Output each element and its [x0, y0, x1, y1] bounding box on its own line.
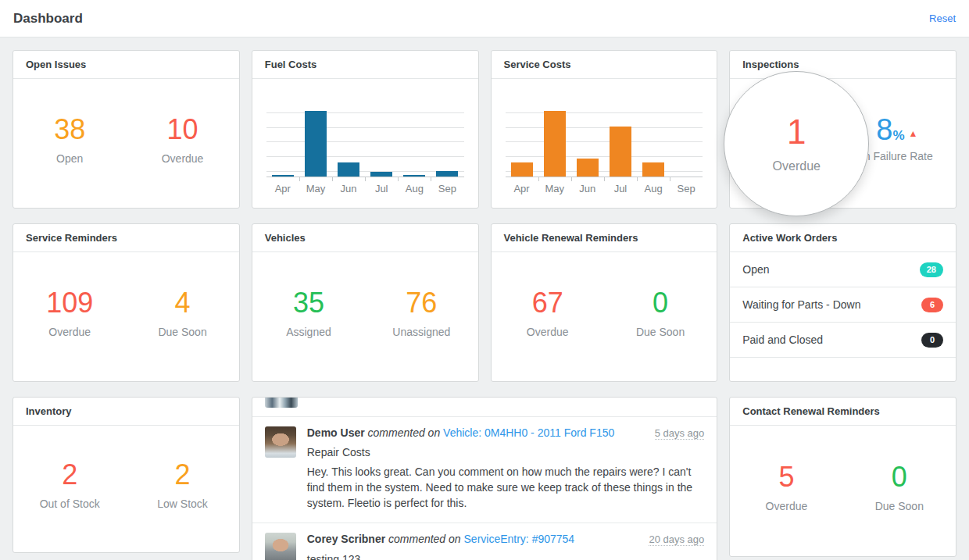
axis-tick [670, 177, 670, 181]
card-inventory: Inventory 2 Out of Stock 2 Low Stock [13, 397, 240, 553]
stat-label: Out of Stock [13, 498, 126, 510]
percent-sign: % [892, 128, 904, 143]
avatar-corey-scribner [265, 533, 296, 560]
comment-action: commented on [368, 426, 441, 439]
stat-value: 0 [604, 289, 717, 317]
stat-overdue: 67 Overdue [492, 289, 604, 344]
card-open-issues: Open Issues 38 Open 10 Overdue [13, 50, 240, 209]
x-tick-label: Jun [571, 183, 604, 194]
comment-subject-link[interactable]: ServiceEntry: #907754 [464, 533, 575, 545]
stat-overdue: 5 Overdue [730, 463, 842, 519]
axis-tick [299, 177, 300, 181]
comment-timestamp[interactable]: 20 days ago [649, 533, 704, 546]
gridline [266, 141, 464, 142]
overdue-inspections-label: Overdue [773, 159, 821, 173]
avatar-demo-user [265, 426, 296, 458]
stat-unassigned: 76 Unassigned [365, 289, 477, 344]
bar-apr [511, 162, 533, 177]
stat-label: Due Soon [604, 326, 717, 338]
x-tick-label: Jun [332, 183, 365, 194]
comment-body: Hey. This looks great. Can you comment o… [307, 464, 693, 511]
stat-value: 38 [13, 116, 126, 144]
card-title: Service Reminders [13, 224, 239, 252]
axis-tick [604, 177, 605, 181]
stat-value: 109 [13, 289, 126, 317]
gridline [266, 112, 464, 113]
gridline [266, 127, 464, 128]
stat-value: 2 [13, 461, 126, 489]
card-title: Contact Renewal Reminders [730, 398, 956, 426]
card-vehicles: Vehicles 35 Assigned 76 Unassigned [252, 223, 479, 382]
axis-tick [571, 177, 572, 181]
dashboard-screen: Dashboard Reset Open Issues 38 Open 10 O… [0, 0, 969, 560]
magnifier-circle: 1 Overdue [724, 71, 869, 216]
stat-label: Overdue [492, 326, 604, 338]
bar-sep [436, 171, 458, 177]
card-comment-feed: Demo User commented on Vehicle: 0M4HH0 -… [252, 397, 718, 560]
stat-value: 10 [126, 116, 238, 144]
card-title: Inspections [730, 51, 956, 79]
gridline [266, 156, 464, 157]
bar-jun [577, 159, 599, 177]
comment-author: Corey Scribner [307, 533, 385, 545]
stat-value: 67 [492, 289, 604, 317]
reset-link[interactable]: Reset [929, 12, 956, 24]
x-tick-label: Jul [604, 183, 637, 194]
gridline [266, 171, 464, 172]
work-order-row-waiting[interactable]: Waiting for Parts - Down 6 [730, 287, 956, 323]
overdue-inspections-value: 1 [787, 115, 806, 149]
stat-assigned: 35 Assigned [252, 289, 365, 344]
stat-due-soon: 0 Due Soon [843, 463, 956, 519]
stat-open: 38 Open [13, 116, 126, 171]
work-order-row-paid-closed[interactable]: Paid and Closed 0 [730, 323, 956, 358]
count-badge: 0 [921, 333, 943, 348]
stat-label: Overdue [13, 326, 126, 338]
bar-jul [610, 127, 631, 177]
card-title: Vehicles [252, 224, 478, 252]
gridline [506, 127, 703, 128]
card-title: Vehicle Renewal Reminders [492, 224, 717, 252]
card-fuel-costs: Fuel Costs AprMayJunJulAugSep [252, 50, 479, 209]
stat-low-stock: 2 Low Stock [126, 461, 238, 516]
card-service-reminders: Service Reminders 109 Overdue 4 Due Soon [13, 223, 240, 382]
x-axis: AprMayJunJulAugSep [266, 183, 464, 194]
stat-overdue: 10 Overdue [126, 116, 238, 171]
x-tick-label: Sep [670, 183, 703, 194]
card-service-costs: Service Costs AprMayJunJulAugSep [491, 50, 718, 209]
card-title: Active Work Orders [730, 224, 956, 252]
stat-label: Due Soon [843, 500, 956, 512]
bar-jul [370, 172, 392, 177]
card-title: Inventory [13, 398, 239, 426]
plot-area [266, 105, 464, 177]
page-title: Dashboard [13, 11, 83, 27]
work-order-row-open[interactable]: Open 28 [730, 252, 956, 287]
x-tick-label: Jul [365, 183, 398, 194]
bar-jun [338, 162, 359, 177]
stat-label: Low Stock [126, 498, 238, 510]
card-title: Service Costs [492, 51, 717, 79]
card-contact-renewal-reminders: Contact Renewal Reminders 5 Overdue 0 Du… [729, 397, 956, 557]
stat-label: Assigned [252, 326, 365, 338]
x-tick-label: Sep [431, 183, 463, 194]
comment-item: Corey Scribner commented on ServiceEntry… [252, 523, 717, 560]
comment-subject-link[interactable]: Vehicle: 0M4HH0 - 2011 Ford F150 [443, 426, 614, 439]
count-badge: 28 [920, 262, 943, 277]
card-active-work-orders: Active Work Orders Open 28 Waiting for P… [729, 223, 956, 382]
comment-timestamp[interactable]: 5 days ago [655, 427, 705, 440]
axis-tick [365, 177, 366, 181]
x-tick-label: May [538, 183, 571, 194]
comment-body: testing 123 [307, 551, 693, 560]
stat-value: 5 [730, 463, 842, 491]
card-vehicle-renewal-reminders: Vehicle Renewal Reminders 67 Overdue 0 D… [491, 223, 718, 382]
axis-tick [431, 177, 431, 181]
card-title: Open Issues [13, 51, 239, 79]
clipped-comment [252, 398, 717, 417]
gridline [506, 112, 703, 113]
axis-tick [538, 177, 539, 181]
stat-overdue: 109 Overdue [13, 289, 126, 344]
bar-aug [642, 162, 664, 177]
bar-may [544, 111, 566, 177]
service-costs-bar-chart: AprMayJunJulAugSep [492, 79, 717, 194]
bar-apr [272, 175, 294, 177]
stat-due-soon: 4 Due Soon [126, 289, 238, 344]
